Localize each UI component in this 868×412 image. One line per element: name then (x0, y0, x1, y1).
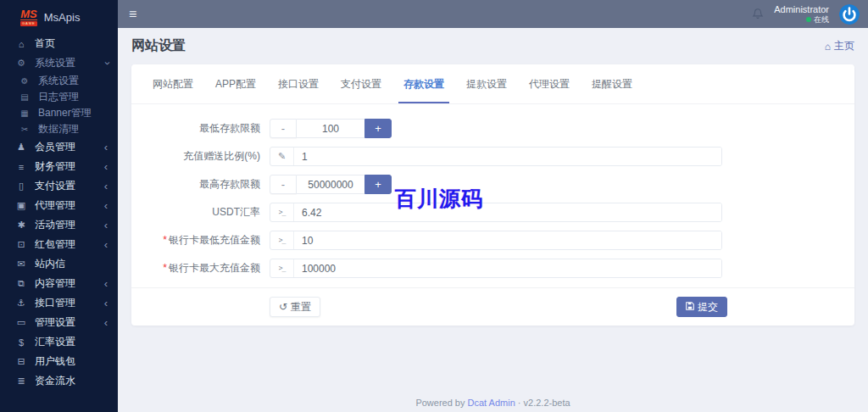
brand[interactable]: MS GAME MsApis (0, 0, 118, 34)
field-control-bankcard-min-recharge: >_ (270, 231, 722, 250)
sidebar-item-system-settings[interactable]: ⚙系统设置‹ (0, 53, 118, 73)
field-label-max-deposit-limit: 最高存款限额 (131, 177, 260, 192)
recharge-bonus-ratio-input[interactable] (294, 148, 721, 165)
stepper-increase-button[interactable]: + (364, 119, 392, 138)
reset-button[interactable]: ↺ 重置 (270, 297, 320, 317)
tab-agent-settings[interactable]: 代理设置 (524, 64, 575, 103)
home-icon: ⌂ (825, 41, 831, 53)
max-deposit-limit-input[interactable] (297, 175, 364, 194)
field-label-text: 最低存款限额 (199, 122, 260, 134)
bankcard-min-recharge-input[interactable] (294, 231, 721, 249)
max-deposit-limit-stepper: -+ (270, 175, 392, 194)
sidebar-item-label: Banner管理 (38, 106, 92, 120)
sidebar-item-data-cleanup[interactable]: ✂数据清理 (0, 121, 118, 137)
tab-pay-settings[interactable]: 支付设置 (336, 64, 387, 103)
terminal-icon: >_ (270, 231, 294, 249)
form-row-recharge-bonus-ratio: 充值赠送比例(%)✎ (131, 142, 854, 170)
list-icon: ≣ (15, 376, 27, 387)
sidebar-item-activity-management[interactable]: ✱活动管理‹ (0, 215, 118, 235)
admin-icon: ▭ (15, 317, 27, 328)
redpacket-icon: ⊡ (15, 239, 27, 250)
mail-icon: ✉ (15, 259, 27, 270)
sidebar-item-home[interactable]: ⌂首页 (0, 34, 118, 53)
page-title: 网站设置 (131, 37, 186, 55)
tab-api-settings[interactable]: 接口设置 (273, 64, 324, 103)
user-menu[interactable]: Administrator 在线 (774, 4, 829, 25)
online-status-label: 在线 (814, 15, 829, 25)
reset-icon: ↺ (279, 301, 287, 313)
sidebar-item-label: 日志管理 (38, 90, 79, 104)
submit-button[interactable]: 提交 (676, 297, 727, 317)
required-asterisk: * (163, 262, 167, 274)
activity-icon: ✱ (15, 220, 27, 231)
stepper-increase-button[interactable]: + (364, 175, 392, 194)
sidebar-item-api-management[interactable]: ⚓接口管理‹ (0, 293, 118, 313)
save-icon (686, 301, 694, 313)
min-deposit-limit-input[interactable] (297, 119, 364, 138)
tab-website-config[interactable]: 网站配置 (147, 64, 198, 103)
chevron-left-icon: ‹ (104, 239, 108, 250)
online-status: 在线 (774, 15, 829, 25)
sidebar-item-user-wallet[interactable]: ⊟用户钱包 (0, 352, 118, 371)
sidebar-item-agent-management[interactable]: ▣代理管理‹ (0, 196, 118, 215)
sidebar-item-label: 内容管理 (35, 276, 75, 291)
form-footer: ↺ 重置 提交 (131, 287, 854, 326)
sidebar-item-finance-management[interactable]: ≡财务管理‹ (0, 157, 118, 176)
stepper-decrease-button[interactable]: - (270, 119, 297, 138)
tab-withdraw-settings[interactable]: 提款设置 (461, 64, 512, 103)
avatar[interactable] (839, 4, 860, 25)
home-link-label: 主页 (834, 39, 854, 53)
sidebar-item-redpacket-management[interactable]: ⊡红包管理‹ (0, 235, 118, 254)
footer-powered-text: Powered by (415, 398, 465, 408)
sidebar-item-site-mail[interactable]: ✉站内信 (0, 254, 118, 274)
sidebar-item-admin-settings[interactable]: ▭管理设置‹ (0, 313, 118, 332)
sidebar-item-exchange-rate-settings[interactable]: $汇率设置 (0, 332, 118, 352)
home-icon: ⌂ (15, 39, 27, 49)
bankcard-max-recharge-input[interactable] (294, 259, 721, 277)
navbar-right: Administrator 在线 (752, 4, 860, 25)
field-label-bankcard-min-recharge: *银行卡最低充值金额 (131, 233, 260, 248)
brand-name: MsApis (44, 11, 81, 24)
sidebar-item-label: 支付设置 (35, 179, 75, 193)
tab-deposit-settings[interactable]: 存款设置 (398, 64, 449, 103)
sidebar-item-label: 接口管理 (35, 296, 75, 310)
chevron-left-icon: ‹ (104, 161, 108, 172)
sidebar-item-content-management[interactable]: ⧉内容管理‹ (0, 274, 118, 293)
sidebar-item-label: 汇率设置 (35, 335, 75, 349)
field-label-bankcard-max-recharge: *银行卡最大充值金额 (131, 261, 260, 276)
field-control-bankcard-max-recharge: >_ (270, 259, 722, 278)
bankcard-max-recharge-input-group: >_ (270, 259, 722, 278)
sidebar-item-member-management[interactable]: ♟会员管理‹ (0, 137, 118, 157)
field-label-recharge-bonus-ratio: 充值赠送比例(%) (131, 149, 260, 164)
tab-app-config[interactable]: APP配置 (210, 64, 261, 103)
bookmark-icon: ▯ (15, 181, 27, 192)
sidebar-item-log-management[interactable]: ▤日志管理 (0, 89, 118, 105)
submit-button-label: 提交 (698, 300, 718, 315)
usdt-rate-input[interactable] (294, 203, 721, 221)
stepper-decrease-button[interactable]: - (270, 175, 297, 194)
content-area: 网站设置 ⌂ 主页 网站配置APP配置接口设置支付设置存款设置提款设置代理设置提… (118, 28, 868, 412)
tab-reminder-settings[interactable]: 提醒设置 (587, 64, 637, 103)
chevron-left-icon: ‹ (104, 298, 108, 309)
chevron-left-icon: ‹ (104, 220, 108, 231)
app-root: MS GAME MsApis ⌂首页⚙系统设置‹⚙系统设置▤日志管理▦Banne… (0, 0, 868, 412)
sidebar-item-payment-settings[interactable]: ▯支付设置‹ (0, 176, 118, 196)
top-navbar: ≡ Administrator 在线 (118, 0, 868, 28)
sidebar-item-banner-management[interactable]: ▦Banner管理 (0, 105, 118, 121)
sidebar-toggle-icon[interactable]: ≡ (129, 8, 136, 21)
user-icon: ♟ (15, 142, 27, 153)
sidebar-item-label: 管理设置 (35, 315, 75, 330)
sidebar-item-fund-flow[interactable]: ≣资金流水 (0, 371, 118, 391)
sidebar-item-label: 会员管理 (35, 140, 75, 154)
required-asterisk: * (163, 234, 167, 246)
dcat-admin-link[interactable]: Dcat Admin (468, 398, 515, 408)
form-row-bankcard-min-recharge: *银行卡最低充值金额>_ (131, 226, 854, 254)
field-label-text: USDT汇率 (212, 206, 260, 218)
chevron-left-icon: ‹ (104, 278, 108, 289)
username: Administrator (774, 4, 829, 15)
sidebar-item-label: 系统设置 (38, 74, 79, 88)
bell-icon[interactable] (752, 8, 764, 20)
sidebar-item-system-settings-sub[interactable]: ⚙系统设置 (0, 73, 118, 89)
field-label-text: 充值赠送比例(%) (183, 150, 260, 162)
breadcrumb-home-link[interactable]: ⌂ 主页 (825, 39, 854, 53)
